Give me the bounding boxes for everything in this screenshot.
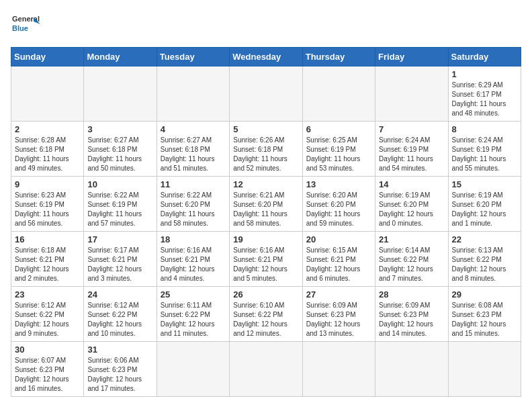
calendar-day: [84, 66, 157, 122]
day-number: 20: [306, 234, 371, 244]
day-number: 24: [87, 289, 152, 300]
calendar-day: [157, 342, 229, 397]
day-number: 14: [379, 179, 444, 189]
calendar-day: 16Sunrise: 6:18 AM Sunset: 6:21 PM Dayli…: [11, 232, 84, 287]
day-number: 8: [452, 124, 517, 134]
weekday-header-monday: Monday: [84, 48, 157, 66]
calendar-day: 2Sunrise: 6:28 AM Sunset: 6:18 PM Daylig…: [11, 122, 84, 177]
day-info: Sunrise: 6:17 AM Sunset: 6:21 PM Dayligh…: [87, 246, 152, 283]
calendar-day: 22Sunrise: 6:13 AM Sunset: 6:22 PM Dayli…: [448, 232, 521, 287]
calendar-header-row: SundayMondayTuesdayWednesdayThursdayFrid…: [11, 48, 521, 66]
calendar-week-6: 30Sunrise: 6:07 AM Sunset: 6:23 PM Dayli…: [11, 342, 521, 397]
day-info: Sunrise: 6:19 AM Sunset: 6:20 PM Dayligh…: [452, 191, 517, 228]
calendar-week-5: 23Sunrise: 6:12 AM Sunset: 6:22 PM Dayli…: [11, 287, 521, 342]
day-number: 26: [233, 289, 298, 300]
calendar-day: [375, 342, 448, 397]
calendar-day: 28Sunrise: 6:09 AM Sunset: 6:23 PM Dayli…: [375, 287, 448, 342]
day-number: 2: [15, 124, 80, 134]
day-number: 15: [452, 179, 517, 189]
calendar-day: 7Sunrise: 6:24 AM Sunset: 6:19 PM Daylig…: [375, 122, 448, 177]
day-number: 29: [452, 289, 517, 300]
calendar-day: 20Sunrise: 6:15 AM Sunset: 6:21 PM Dayli…: [302, 232, 375, 287]
weekday-header-saturday: Saturday: [448, 48, 521, 66]
day-number: 4: [161, 124, 226, 134]
day-info: Sunrise: 6:06 AM Sunset: 6:23 PM Dayligh…: [87, 356, 152, 394]
calendar-day: 27Sunrise: 6:09 AM Sunset: 6:23 PM Dayli…: [302, 287, 375, 342]
day-info: Sunrise: 6:12 AM Sunset: 6:22 PM Dayligh…: [15, 301, 80, 338]
day-number: 3: [87, 124, 152, 134]
weekday-header-tuesday: Tuesday: [157, 48, 229, 66]
day-info: Sunrise: 6:14 AM Sunset: 6:22 PM Dayligh…: [379, 246, 444, 283]
calendar-day: 12Sunrise: 6:21 AM Sunset: 6:20 PM Dayli…: [230, 177, 302, 232]
calendar-day: 4Sunrise: 6:27 AM Sunset: 6:18 PM Daylig…: [157, 122, 229, 177]
day-info: Sunrise: 6:22 AM Sunset: 6:19 PM Dayligh…: [87, 191, 152, 228]
day-info: Sunrise: 6:27 AM Sunset: 6:18 PM Dayligh…: [87, 136, 152, 173]
day-info: Sunrise: 6:08 AM Sunset: 6:23 PM Dayligh…: [452, 301, 517, 338]
calendar-day: [448, 342, 521, 397]
day-info: Sunrise: 6:26 AM Sunset: 6:18 PM Dayligh…: [233, 136, 298, 173]
day-info: Sunrise: 6:12 AM Sunset: 6:22 PM Dayligh…: [87, 301, 152, 338]
day-number: 31: [87, 345, 152, 355]
day-info: Sunrise: 6:10 AM Sunset: 6:22 PM Dayligh…: [233, 301, 298, 338]
day-number: 7: [379, 124, 444, 134]
day-number: 16: [15, 234, 80, 244]
day-number: 23: [15, 289, 80, 300]
day-number: 5: [233, 124, 298, 134]
calendar-week-3: 9Sunrise: 6:23 AM Sunset: 6:19 PM Daylig…: [11, 177, 521, 232]
weekday-header-thursday: Thursday: [302, 48, 375, 66]
svg-text:Blue: Blue: [12, 24, 28, 32]
day-number: 25: [161, 289, 226, 300]
calendar-day: [230, 66, 302, 122]
calendar-day: [375, 66, 448, 122]
day-info: Sunrise: 6:16 AM Sunset: 6:21 PM Dayligh…: [161, 246, 226, 283]
calendar-day: [302, 66, 375, 122]
calendar-day: [11, 66, 84, 122]
day-number: 30: [15, 345, 80, 355]
calendar-day: 18Sunrise: 6:16 AM Sunset: 6:21 PM Dayli…: [157, 232, 229, 287]
logo-icon: General Blue: [11, 11, 40, 40]
calendar-day: 31Sunrise: 6:06 AM Sunset: 6:23 PM Dayli…: [84, 342, 157, 397]
day-info: Sunrise: 6:09 AM Sunset: 6:23 PM Dayligh…: [379, 301, 444, 338]
day-info: Sunrise: 6:11 AM Sunset: 6:22 PM Dayligh…: [161, 301, 226, 338]
weekday-header-friday: Friday: [375, 48, 448, 66]
day-number: 9: [15, 179, 80, 189]
page-header: General Blue: [11, 11, 521, 40]
day-info: Sunrise: 6:07 AM Sunset: 6:23 PM Dayligh…: [15, 356, 80, 394]
calendar-day: 15Sunrise: 6:19 AM Sunset: 6:20 PM Dayli…: [448, 177, 521, 232]
calendar-day: 3Sunrise: 6:27 AM Sunset: 6:18 PM Daylig…: [84, 122, 157, 177]
calendar-day: 21Sunrise: 6:14 AM Sunset: 6:22 PM Dayli…: [375, 232, 448, 287]
day-number: 17: [87, 234, 152, 244]
day-info: Sunrise: 6:20 AM Sunset: 6:20 PM Dayligh…: [306, 191, 371, 228]
day-number: 27: [306, 289, 371, 300]
day-info: Sunrise: 6:23 AM Sunset: 6:19 PM Dayligh…: [15, 191, 80, 228]
weekday-header-wednesday: Wednesday: [230, 48, 302, 66]
day-number: 21: [379, 234, 444, 244]
day-info: Sunrise: 6:29 AM Sunset: 6:17 PM Dayligh…: [452, 81, 517, 118]
day-info: Sunrise: 6:13 AM Sunset: 6:22 PM Dayligh…: [452, 246, 517, 283]
calendar-day: 11Sunrise: 6:22 AM Sunset: 6:20 PM Dayli…: [157, 177, 229, 232]
day-info: Sunrise: 6:16 AM Sunset: 6:21 PM Dayligh…: [233, 246, 298, 283]
calendar-week-4: 16Sunrise: 6:18 AM Sunset: 6:21 PM Dayli…: [11, 232, 521, 287]
calendar-day: 17Sunrise: 6:17 AM Sunset: 6:21 PM Dayli…: [84, 232, 157, 287]
day-number: 1: [452, 69, 517, 79]
day-info: Sunrise: 6:27 AM Sunset: 6:18 PM Dayligh…: [161, 136, 226, 173]
calendar-day: 25Sunrise: 6:11 AM Sunset: 6:22 PM Dayli…: [157, 287, 229, 342]
calendar-day: 19Sunrise: 6:16 AM Sunset: 6:21 PM Dayli…: [230, 232, 302, 287]
calendar-day: 5Sunrise: 6:26 AM Sunset: 6:18 PM Daylig…: [230, 122, 302, 177]
calendar-day: 24Sunrise: 6:12 AM Sunset: 6:22 PM Dayli…: [84, 287, 157, 342]
calendar-day: 23Sunrise: 6:12 AM Sunset: 6:22 PM Dayli…: [11, 287, 84, 342]
day-info: Sunrise: 6:22 AM Sunset: 6:20 PM Dayligh…: [161, 191, 226, 228]
calendar-day: 29Sunrise: 6:08 AM Sunset: 6:23 PM Dayli…: [448, 287, 521, 342]
calendar-day: [157, 66, 229, 122]
day-info: Sunrise: 6:25 AM Sunset: 6:19 PM Dayligh…: [306, 136, 371, 173]
day-info: Sunrise: 6:24 AM Sunset: 6:19 PM Dayligh…: [379, 136, 444, 173]
calendar-day: 9Sunrise: 6:23 AM Sunset: 6:19 PM Daylig…: [11, 177, 84, 232]
day-number: 28: [379, 289, 444, 300]
calendar-week-2: 2Sunrise: 6:28 AM Sunset: 6:18 PM Daylig…: [11, 122, 521, 177]
day-info: Sunrise: 6:09 AM Sunset: 6:23 PM Dayligh…: [306, 301, 371, 338]
calendar-day: 14Sunrise: 6:19 AM Sunset: 6:20 PM Dayli…: [375, 177, 448, 232]
calendar-day: 26Sunrise: 6:10 AM Sunset: 6:22 PM Dayli…: [230, 287, 302, 342]
calendar-day: 6Sunrise: 6:25 AM Sunset: 6:19 PM Daylig…: [302, 122, 375, 177]
calendar-day: 13Sunrise: 6:20 AM Sunset: 6:20 PM Dayli…: [302, 177, 375, 232]
day-info: Sunrise: 6:28 AM Sunset: 6:18 PM Dayligh…: [15, 136, 80, 173]
